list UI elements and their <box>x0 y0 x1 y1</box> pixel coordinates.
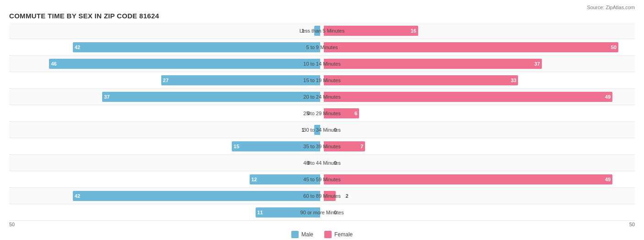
female-bar: 33 <box>324 75 518 85</box>
male-value: 1 <box>301 28 304 33</box>
female-bar: 6 <box>324 108 359 118</box>
female-side: 7 <box>322 138 635 154</box>
female-value: 0 <box>334 160 337 166</box>
legend-female: Female <box>324 231 353 238</box>
chart-row: 425 to 9 Minutes50 <box>9 39 635 56</box>
female-value: 49 <box>605 177 611 182</box>
chart-row: 040 to 44 Minutes0 <box>9 155 635 171</box>
male-bar: 46 <box>49 59 320 69</box>
female-bar: 49 <box>324 92 612 102</box>
male-side: 12 <box>9 171 322 187</box>
female-value: 6 <box>355 111 357 116</box>
legend-female-box <box>324 231 332 238</box>
chart-row: 1245 to 59 Minutes49 <box>9 171 635 188</box>
male-value: 46 <box>51 61 56 67</box>
chart-row: 130 to 34 Minutes0 <box>9 122 635 138</box>
chart-row: 1190 or more Minutes0 <box>9 204 635 221</box>
male-value: 0 <box>307 160 310 166</box>
male-side: 0 <box>9 155 322 171</box>
female-value: 0 <box>334 210 337 215</box>
axis-left: 50 <box>9 222 15 227</box>
chart-row: 1Less than 5 Minutes16 <box>9 22 635 39</box>
male-side: 15 <box>9 138 322 154</box>
female-bar: 7 <box>324 141 365 151</box>
female-value: 2 <box>346 193 349 199</box>
male-side: 42 <box>9 188 322 204</box>
female-bar: 50 <box>324 42 618 52</box>
male-value: 0 <box>307 111 310 116</box>
male-side: 42 <box>9 39 322 55</box>
male-value: 12 <box>251 177 257 182</box>
female-value: 50 <box>611 45 617 50</box>
male-bar: 42 <box>73 191 320 201</box>
female-value: 37 <box>535 61 540 67</box>
male-value: 27 <box>163 78 169 83</box>
female-bar: 37 <box>324 59 542 69</box>
male-value: 37 <box>104 94 109 100</box>
male-bar: 27 <box>161 75 320 85</box>
male-side: 46 <box>9 56 322 72</box>
female-side: 6 <box>322 105 635 121</box>
source-label: Source: ZipAtlas.com <box>9 5 635 10</box>
female-bar: 16 <box>324 26 418 36</box>
female-side: 0 <box>322 204 635 220</box>
male-value: 42 <box>75 45 80 50</box>
male-side: 11 <box>9 204 322 220</box>
female-side: 49 <box>322 89 635 105</box>
female-side: 0 <box>322 155 635 171</box>
male-bar: 42 <box>73 42 320 52</box>
female-side: 50 <box>322 39 635 55</box>
axis-right: 50 <box>629 222 635 227</box>
male-bar: 1 <box>314 26 320 36</box>
male-side: 0 <box>9 105 322 121</box>
female-side: 2 <box>322 188 635 204</box>
female-value: 49 <box>605 94 611 100</box>
female-side: 0 <box>322 122 635 138</box>
male-value: 42 <box>75 193 80 199</box>
female-bar: 49 <box>324 174 612 184</box>
male-bar: 37 <box>102 92 320 102</box>
female-value: 16 <box>411 28 416 33</box>
male-side: 1 <box>9 122 322 138</box>
male-bar: 1 <box>314 125 320 135</box>
female-side: 49 <box>322 171 635 187</box>
legend: Male Female <box>9 231 635 238</box>
male-bar: 11 <box>256 207 320 218</box>
female-side: 37 <box>322 56 635 72</box>
chart-row: 1535 to 39 Minutes7 <box>9 138 635 155</box>
legend-male-box <box>291 231 299 238</box>
male-value: 11 <box>257 210 263 215</box>
chart-row: 2715 to 19 Minutes33 <box>9 72 635 89</box>
chart-row: 4260 to 89 Minutes2 <box>9 188 635 204</box>
chart-title: COMMUTE TIME BY SEX IN ZIP CODE 81624 <box>9 12 635 20</box>
chart-row: 3720 to 24 Minutes49 <box>9 89 635 105</box>
male-value: 15 <box>234 144 239 149</box>
female-value: 7 <box>360 144 363 149</box>
female-side: 33 <box>322 72 635 88</box>
chart-row: 4610 to 14 Minutes37 <box>9 56 635 72</box>
chart-container: 1Less than 5 Minutes16425 to 9 Minutes50… <box>9 22 635 221</box>
female-bar: 2 <box>324 191 336 201</box>
legend-male: Male <box>291 231 313 238</box>
male-side: 37 <box>9 89 322 105</box>
male-side: 1 <box>9 22 322 39</box>
axis-labels: 50 50 <box>9 222 635 227</box>
female-value: 0 <box>334 127 337 133</box>
female-side: 16 <box>322 22 635 39</box>
male-value: 1 <box>301 127 304 133</box>
female-value: 33 <box>511 78 516 83</box>
legend-male-label: Male <box>301 231 313 238</box>
male-bar: 12 <box>250 174 320 184</box>
chart-row: 025 to 29 Minutes6 <box>9 105 635 122</box>
male-side: 27 <box>9 72 322 88</box>
male-bar: 15 <box>232 141 320 151</box>
legend-female-label: Female <box>334 231 353 238</box>
